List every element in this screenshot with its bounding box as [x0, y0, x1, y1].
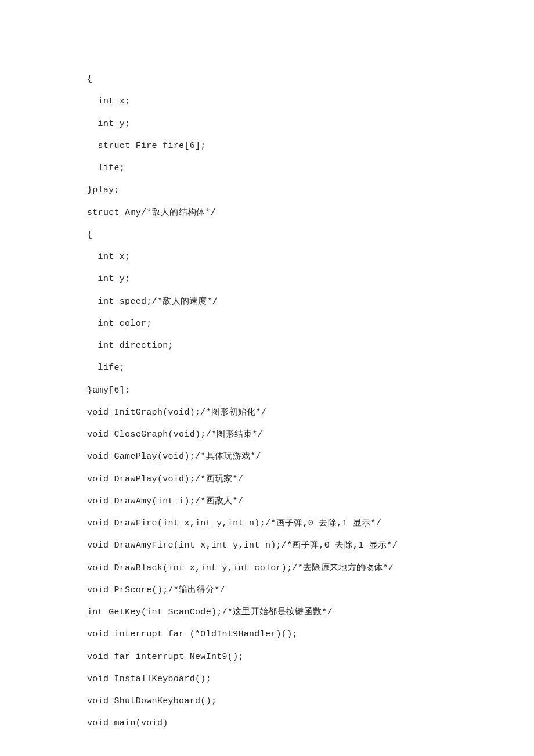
code-line: { — [87, 224, 534, 246]
code-line: struct Fire fire[6]; — [87, 135, 534, 157]
code-line: int x; — [87, 91, 534, 113]
code-line: int y; — [87, 268, 534, 290]
code-line: void CloseGraph(void);/*图形结束*/ — [87, 424, 534, 446]
code-line: void DrawAmyFire(int x,int y,int n);/*画子… — [87, 535, 534, 557]
code-line: }amy[6]; — [87, 380, 534, 402]
code-line: { — [87, 69, 534, 91]
code-line: void InitGraph(void);/*图形初始化*/ — [87, 402, 534, 424]
code-line: life; — [87, 357, 534, 379]
code-line: void DrawBlack(int x,int y,int color);/*… — [87, 557, 534, 579]
code-line: int direction; — [87, 335, 534, 357]
code-line: life; — [87, 157, 534, 179]
code-line: void DrawFire(int x,int y,int n);/*画子弹,0… — [87, 513, 534, 535]
code-line: int speed;/*敌人的速度*/ — [87, 291, 534, 313]
code-line: struct Amy/*敌人的结构体*/ — [87, 202, 534, 224]
code-line: int y; — [87, 113, 534, 135]
code-line: void main(void) — [87, 712, 534, 735]
code-line: void GamePlay(void);/*具体玩游戏*/ — [87, 446, 534, 468]
code-line: int color; — [87, 313, 534, 335]
code-line: void InstallKeyboard(); — [87, 668, 534, 690]
code-line: void interrupt far (*OldInt9Handler)(); — [87, 624, 534, 646]
code-line: void DrawAmy(int i);/*画敌人*/ — [87, 491, 534, 513]
code-line: void ShutDownKeyboard(); — [87, 690, 534, 712]
code-line: void PrScore();/*输出得分*/ — [87, 579, 534, 602]
code-line: void far interrupt NewInt9(); — [87, 646, 534, 668]
code-line: }play; — [87, 179, 534, 201]
code-document: { int x; int y; struct Fire fire[6]; lif… — [0, 0, 534, 735]
code-line: int x; — [87, 246, 534, 268]
code-line: void DrawPlay(void);/*画玩家*/ — [87, 469, 534, 491]
code-line: int GetKey(int ScanCode);/*这里开始都是按键函数*/ — [87, 602, 534, 624]
